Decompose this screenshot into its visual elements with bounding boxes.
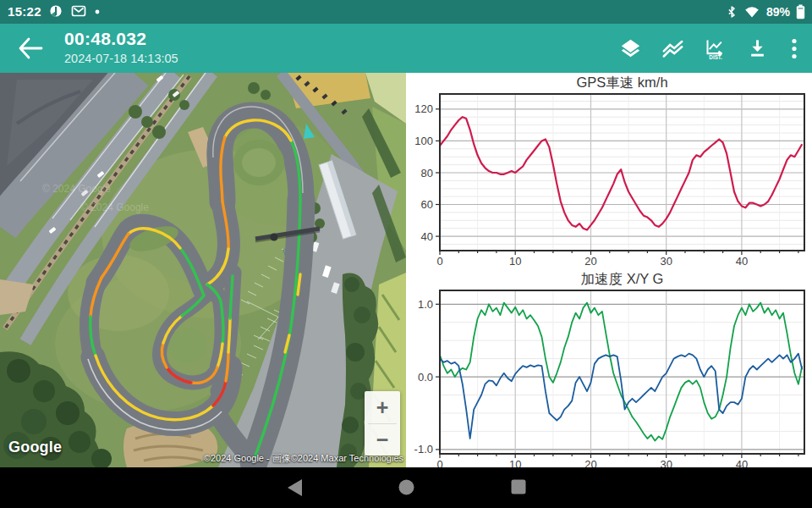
charts-panel: 010203040406080100120GPS車速 km/h 01020304… xyxy=(406,73,812,467)
app-screen: 15:22 89% xyxy=(0,0,812,508)
zoom-out-button[interactable]: − xyxy=(365,423,400,456)
status-bar-right: 89% xyxy=(726,0,805,24)
zoom-in-button[interactable]: + xyxy=(365,391,400,423)
svg-text:30: 30 xyxy=(660,458,672,467)
svg-text:DIST.: DIST. xyxy=(709,54,722,60)
layers-icon[interactable] xyxy=(619,37,642,60)
clock: 15:22 xyxy=(8,4,41,19)
lap-time-title: 00:48.032 xyxy=(64,29,178,49)
svg-text:0: 0 xyxy=(436,458,442,467)
accel-chart[interactable]: 010203040-1.00.01.0加速度 X/Y G xyxy=(406,271,812,467)
app-bar: 00:48.032 2024-07-18 14:13:05 DIST. xyxy=(0,24,812,73)
svg-text:20: 20 xyxy=(584,458,596,467)
nav-home-icon[interactable] xyxy=(398,479,414,495)
svg-text:80: 80 xyxy=(421,167,433,179)
svg-text:加速度 X/Y G: 加速度 X/Y G xyxy=(581,271,664,286)
nav-back-icon[interactable] xyxy=(288,479,302,496)
overflow-menu-icon[interactable] xyxy=(788,37,800,60)
svg-text:1.0: 1.0 xyxy=(418,298,433,311)
svg-text:-1.0: -1.0 xyxy=(414,443,433,456)
satellite-map xyxy=(0,73,406,467)
status-bar: 15:22 89% xyxy=(0,0,812,24)
back-arrow-icon[interactable] xyxy=(17,36,44,60)
download-icon[interactable] xyxy=(746,37,769,60)
app-notification-icon xyxy=(49,4,63,18)
svg-text:10: 10 xyxy=(509,458,521,467)
svg-text:10: 10 xyxy=(509,255,521,268)
android-nav-bar xyxy=(0,467,812,508)
svg-text:100: 100 xyxy=(414,135,433,147)
nav-recents-icon[interactable] xyxy=(511,479,526,494)
session-datetime: 2024-07-18 14:13:05 xyxy=(64,52,178,65)
battery-icon xyxy=(796,4,805,19)
appbar-titles: 00:48.032 2024-07-18 14:13:05 xyxy=(64,29,178,65)
svg-text:0: 0 xyxy=(436,255,442,268)
map-viewport[interactable]: © 2024 Google © 2024 Google Google ©2024… xyxy=(0,73,406,467)
speed-chart[interactable]: 010203040406080100120GPS車速 km/h xyxy=(406,73,812,271)
google-logo: Google xyxy=(8,439,62,456)
svg-text:40: 40 xyxy=(421,230,433,243)
svg-text:40: 40 xyxy=(736,458,748,467)
notification-dot-icon xyxy=(95,9,100,14)
divider xyxy=(368,423,397,424)
line-chart-icon[interactable] xyxy=(661,37,684,60)
appbar-actions: DIST. xyxy=(619,24,800,73)
svg-text:0.0: 0.0 xyxy=(418,371,433,384)
svg-text:20: 20 xyxy=(584,255,596,268)
svg-text:30: 30 xyxy=(660,255,672,268)
svg-text:60: 60 xyxy=(421,198,433,211)
map-zoom-control: + − xyxy=(365,391,400,456)
distance-chart-icon[interactable]: DIST. xyxy=(704,37,727,60)
bluetooth-icon xyxy=(726,4,738,19)
svg-text:120: 120 xyxy=(414,102,433,115)
battery-percent: 89% xyxy=(766,5,790,19)
wifi-icon xyxy=(743,5,760,19)
svg-text:GPS車速 km/h: GPS車速 km/h xyxy=(576,75,667,90)
svg-text:40: 40 xyxy=(736,255,748,268)
gmail-icon xyxy=(71,4,86,18)
